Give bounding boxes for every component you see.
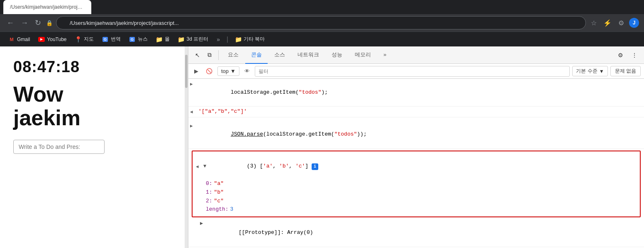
address-input[interactable] [56, 16, 586, 29]
context-dropdown-arrow: ▼ [230, 68, 236, 74]
todo-input[interactable] [13, 140, 105, 154]
proto-expand-arrow[interactable]: ▶ [200, 220, 203, 228]
reload-button[interactable]: ↻ [33, 17, 43, 29]
tab-elements[interactable]: 요소 [222, 46, 244, 64]
output-arrow-1: ◀ [190, 107, 196, 116]
inspector-icon: ↖ [195, 52, 200, 58]
tab-more-label: » [383, 51, 386, 58]
bookmarks-bar: M Gmail ▶ YouTube 📍 지도 G 번역 [0, 32, 644, 46]
tab-elements-label: 요소 [228, 51, 239, 58]
address-bar-row: ← → ↻ 🔒 ☆ ⚡ ⚙ J [0, 14, 644, 32]
info-badge[interactable]: i [312, 163, 318, 170]
context-selector[interactable]: top ▼ [217, 66, 239, 76]
array-label: (3) ['a', 'b', 'c'] [247, 163, 308, 169]
context-label: top [221, 68, 229, 74]
tab-memory-label: 메모리 [355, 51, 371, 58]
bookmark-mall[interactable]: 📁 몰 [153, 34, 173, 44]
bookmark-youtube-label: YouTube [47, 36, 66, 42]
clear-console-button[interactable]: ▶ [192, 67, 201, 75]
scroll-thumb[interactable] [185, 55, 188, 88]
tab-more[interactable]: » [378, 46, 392, 64]
bookmark-mall-label: 몰 [165, 36, 170, 43]
eye-icon: 👁 [244, 68, 250, 74]
bookmark-translate[interactable]: G 번역 [99, 34, 124, 44]
log-level-selector[interactable]: 기본 수준 ▼ [572, 66, 607, 76]
array-summary-row: ◀ ▼ (3) ['a', 'b', 'c'] i [196, 154, 637, 180]
left-panel: 08:47:18 Wow jaekim [0, 46, 185, 248]
console-output-1: '["a","b","c"]' [198, 107, 247, 116]
translate-icon: G [102, 36, 109, 43]
tab-performance[interactable]: 성능 [326, 46, 348, 64]
devtools-panel: ↖ ⧉ 요소 콘솔 소스 네트워크 성능 메모리 [188, 46, 644, 248]
prop-index-1: 1: [206, 188, 212, 197]
array-item-0: 0: "a" [206, 180, 637, 188]
folder-mall-icon: 📁 [156, 36, 163, 43]
tab-performance-label: 성능 [332, 51, 342, 58]
level-dropdown-arrow: ▼ [599, 68, 604, 74]
inspector-button[interactable]: ↖ [192, 50, 203, 60]
bookmarks-separator: | [227, 36, 228, 43]
maps-icon: 📍 [75, 36, 82, 43]
settings-gear-icon: ⚙ [618, 52, 623, 58]
block-icon: 🚫 [206, 68, 212, 74]
block-errors-button[interactable]: 🚫 [203, 67, 215, 75]
eye-button[interactable]: 👁 [242, 67, 252, 75]
tab-label: /Users/kimjaehwan/jaekim/project/javascr… [10, 4, 85, 10]
bookmark-maps[interactable]: 📍 지도 [72, 34, 97, 44]
active-tab[interactable]: /Users/kimjaehwan/jaekim/project/javascr… [3, 0, 91, 14]
collapse-arrow[interactable]: ▼ [203, 163, 206, 170]
output-arrow-2: ◀ [196, 162, 202, 171]
bookmark-translate-label: 번역 [111, 36, 121, 43]
devtools-toolbar: ↖ ⧉ 요소 콘솔 소스 네트워크 성능 메모리 [188, 46, 644, 64]
expanded-array-box: ◀ ▼ (3) ['a', 'b', 'c'] i 0: "a" 1: [192, 151, 641, 218]
prop-index-2: 2: [206, 197, 212, 206]
greeting-line1: Wow [13, 83, 171, 106]
forward-button[interactable]: → [19, 17, 30, 29]
back-button[interactable]: ← [5, 17, 16, 29]
bookmark-star-icon[interactable]: ☆ [589, 17, 598, 29]
console-output[interactable]: ▶ localStorage.getItem("todos"); ◀ '["a"… [188, 79, 644, 248]
json-parse-text: JSON.parse [231, 131, 263, 137]
folder-3dprinter-icon: 📁 [178, 36, 185, 43]
filter-input[interactable] [255, 66, 570, 77]
array-summary: (3) ['a', 'b', 'c'] [208, 154, 308, 180]
no-issues-button[interactable]: 문제 없음 [610, 66, 641, 76]
gmail-icon: M [8, 36, 15, 43]
main-area: 08:47:18 Wow jaekim ↖ ⧉ 요소 콘솔 [0, 46, 644, 248]
tab-console[interactable]: 콘솔 [245, 46, 268, 64]
devtools-settings-button[interactable]: ⚙ [615, 50, 627, 60]
folder-other-icon: 📁 [235, 36, 242, 43]
tab-sources[interactable]: 소스 [268, 46, 291, 64]
code-text-1: localStorage.getItem("todos"); [231, 89, 328, 95]
array-item-length: length: 3 [206, 205, 637, 214]
devtools-more-button[interactable]: ⋮ [628, 50, 641, 60]
no-issues-label: 문제 없음 [615, 68, 636, 74]
bookmark-other[interactable]: 📁 기타 북마 [232, 34, 268, 44]
bookmarks-more-button[interactable]: » [213, 34, 223, 44]
console-line-1: ▶ localStorage.getItem("todos"); [188, 79, 644, 107]
bookmark-youtube[interactable]: ▶ YouTube [35, 34, 70, 44]
bookmark-3dprinter[interactable]: 📁 3d 프린터 [175, 34, 212, 44]
console-line-3: ▶ JSON.parse(localStorage.getItem("todos… [188, 121, 644, 148]
console-line-2: ◀ '["a","b","c"]' [188, 107, 644, 117]
bookmark-gmail[interactable]: M Gmail [5, 34, 33, 44]
console-text-1: localStorage.getItem("todos"); [198, 80, 328, 105]
extension-icon[interactable]: ⚡ [602, 17, 613, 29]
bookmark-news[interactable]: G 뉴스 [126, 34, 151, 44]
prop-value-1: "b" [214, 188, 224, 197]
prop-value-length: 3 [230, 205, 234, 214]
bookmark-news-label: 뉴스 [138, 36, 148, 43]
panel-scroll-handle [185, 46, 188, 248]
bookmark-maps-label: 지도 [84, 36, 94, 43]
tab-memory[interactable]: 메모리 [349, 46, 377, 64]
devtools-more-icon: ⋮ [632, 52, 637, 58]
bookmark-gmail-label: Gmail [17, 36, 30, 42]
responsive-button[interactable]: ⧉ [204, 50, 215, 60]
news-icon: G [129, 36, 136, 43]
input-arrow-2: ▶ [190, 122, 196, 130]
greeting-line2: jaekim [13, 106, 171, 130]
tab-network[interactable]: 네트워크 [292, 46, 325, 64]
profile-icon[interactable]: J [629, 18, 639, 28]
settings-icon[interactable]: ⚙ [617, 17, 626, 29]
proto-text: [[Prototype]]: Array(0) [203, 220, 313, 246]
